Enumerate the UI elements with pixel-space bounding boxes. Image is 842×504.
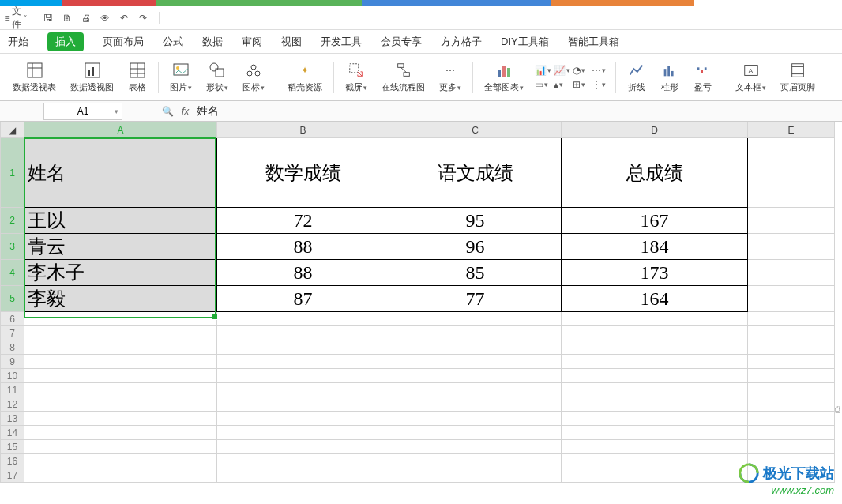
col-header-C[interactable]: C	[389, 122, 562, 138]
row-header[interactable]: 14	[1, 426, 24, 440]
row-header[interactable]: 11	[1, 383, 24, 397]
row-header[interactable]: 8	[1, 340, 24, 355]
ribbon-tab-smart[interactable]: 智能工具箱	[568, 35, 619, 49]
cell[interactable]: 88	[217, 260, 389, 286]
pivot-table-button[interactable]: 数据透视表	[6, 54, 62, 100]
col-header-B[interactable]: B	[217, 122, 389, 138]
textbox-button[interactable]: A文本框▾	[729, 54, 772, 100]
redo-icon[interactable]: ↷	[135, 10, 151, 26]
more-button[interactable]: ⋯更多▾	[433, 54, 468, 100]
tab-home[interactable]	[0, 0, 62, 6]
sparkline-line-button[interactable]: 折线	[621, 54, 652, 100]
cell[interactable]: 164	[562, 286, 748, 312]
cell[interactable]: 167	[562, 208, 748, 234]
picture-button[interactable]: 图片▾	[164, 54, 198, 100]
ribbon-tab-view[interactable]: 视图	[281, 35, 302, 49]
row-header[interactable]: 15	[1, 440, 24, 454]
ribbon-tab-member[interactable]: 会员专享	[381, 35, 422, 49]
cell[interactable]: 88	[217, 234, 389, 260]
icons-button[interactable]: 图标▾	[236, 54, 271, 100]
cell[interactable]: 李毅	[24, 286, 217, 312]
row-header[interactable]: 1	[1, 138, 24, 208]
tab-5[interactable]	[551, 0, 694, 6]
cell[interactable]: 96	[389, 234, 562, 260]
cell[interactable]	[217, 312, 389, 326]
ribbon-tab-diy[interactable]: DIY工具箱	[501, 35, 549, 49]
cell[interactable]	[748, 138, 835, 208]
row-header[interactable]: 17	[1, 468, 24, 483]
cell[interactable]: 语文成绩	[389, 138, 562, 208]
row-header[interactable]: 9	[1, 355, 24, 369]
ribbon-tab-dev[interactable]: 开发工具	[321, 35, 362, 49]
row-header[interactable]: 4	[1, 260, 24, 286]
ribbon-tab-formula[interactable]: 公式	[163, 35, 183, 49]
ribbon-tab-insert[interactable]: 插入	[47, 32, 84, 51]
pivot-chart-button[interactable]: 数据透视图	[64, 54, 120, 100]
cell[interactable]: 87	[217, 286, 389, 312]
cell[interactable]	[748, 234, 835, 260]
sparkline-winloss-button[interactable]: 盈亏	[687, 54, 719, 100]
tab-3[interactable]	[156, 0, 362, 6]
row-header[interactable]: 6	[1, 312, 24, 326]
cell[interactable]	[748, 260, 835, 286]
row-header[interactable]: 10	[1, 369, 24, 383]
header-footer-button[interactable]: 页眉页脚	[774, 54, 821, 100]
ribbon-tab-fgz[interactable]: 方方格子	[441, 35, 482, 49]
cell[interactable]	[562, 312, 748, 326]
cell[interactable]: 173	[562, 260, 748, 286]
search-fx-icon[interactable]: 🔍	[162, 106, 174, 117]
table-button[interactable]: 表格	[122, 54, 153, 100]
cell[interactable]: 85	[389, 260, 562, 286]
cell[interactable]: 总成绩	[562, 138, 748, 208]
print-icon[interactable]: 🖨	[78, 10, 94, 26]
col-header-E[interactable]: E	[748, 122, 835, 138]
menu-icon[interactable]: ≡ 文件˅	[8, 10, 24, 26]
cell[interactable]: 数学成绩	[217, 138, 389, 208]
formula-value[interactable]: 姓名	[197, 104, 219, 118]
cell[interactable]	[748, 312, 835, 326]
select-all-corner[interactable]: ◢	[1, 122, 24, 138]
ribbon-tab-data[interactable]: 数据	[202, 35, 223, 49]
cell[interactable]: 姓名	[24, 138, 217, 208]
tab-2[interactable]	[62, 0, 156, 6]
cell[interactable]	[748, 286, 835, 312]
row-header[interactable]: 2	[1, 208, 24, 234]
fx-icon[interactable]: fx	[182, 106, 189, 117]
row-header[interactable]: 7	[1, 326, 24, 340]
online-flowchart-button[interactable]: 在线流程图	[375, 54, 431, 100]
cell[interactable]: 77	[389, 286, 562, 312]
row-header[interactable]: 12	[1, 397, 24, 412]
cell[interactable]: 72	[217, 208, 389, 234]
row-header[interactable]: 13	[1, 412, 24, 426]
row-header[interactable]: 5	[1, 286, 24, 312]
cell[interactable]: 王以	[24, 208, 217, 234]
col-header-D[interactable]: D	[562, 122, 748, 138]
ribbon-tab-start[interactable]: 开始	[8, 35, 28, 49]
row-header[interactable]: 16	[1, 454, 24, 468]
ribbon-tab-review[interactable]: 审阅	[242, 35, 262, 49]
all-charts-button[interactable]: 全部图表▾	[478, 54, 530, 100]
cell[interactable]	[748, 208, 835, 234]
row-header[interactable]: 3	[1, 234, 24, 260]
sparkline-bar-button[interactable]: 柱形	[654, 54, 686, 100]
chart-mini-icons[interactable]: 📊▾📈▾◔▾⋯▾ ▭▾▴▾⊞▾⋮▾	[532, 64, 611, 91]
column-headers[interactable]: ◢ A B C D E	[1, 122, 835, 138]
shapes-button[interactable]: 形状▾	[200, 54, 235, 100]
cell[interactable]: 青云	[24, 234, 217, 260]
undo-icon[interactable]: ↶	[116, 10, 132, 26]
cell[interactable]	[24, 312, 217, 326]
cell[interactable]: 184	[562, 234, 748, 260]
svg-rect-18	[397, 64, 403, 68]
cell[interactable]	[389, 312, 562, 326]
save-icon[interactable]: 🖫	[40, 10, 56, 26]
screenshot-button[interactable]: 截屏▾	[339, 54, 374, 100]
cell[interactable]: 李木子	[24, 260, 217, 286]
cell[interactable]: 95	[389, 208, 562, 234]
preview-icon[interactable]: 👁	[97, 10, 113, 26]
dock-resource-button[interactable]: ✦稻壳资源	[281, 54, 329, 100]
name-box[interactable]: A1	[43, 103, 122, 120]
col-header-A[interactable]: A	[24, 122, 217, 138]
saveas-icon[interactable]: 🗎	[59, 10, 75, 26]
tab-4[interactable]	[362, 0, 551, 6]
ribbon-tab-page[interactable]: 页面布局	[103, 35, 144, 49]
